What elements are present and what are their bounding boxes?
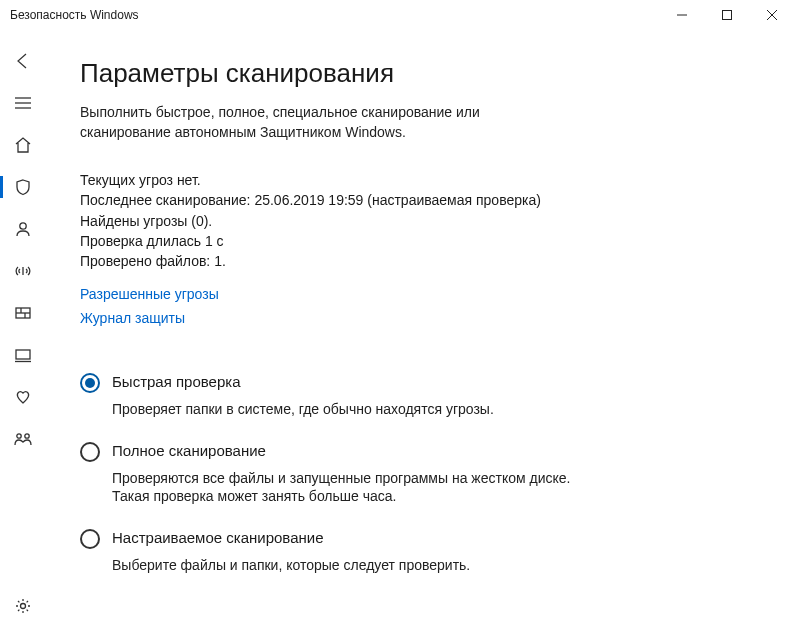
allowed-threats-link[interactable]: Разрешенные угрозы [80,286,754,302]
signal-icon[interactable] [0,250,46,292]
main-content: Параметры сканирования Выполнить быстрое… [46,30,794,627]
close-button[interactable] [749,0,794,30]
option-title: Настраиваемое сканирование [112,529,572,546]
account-icon[interactable] [0,208,46,250]
home-icon[interactable] [0,124,46,166]
svg-point-14 [17,434,21,438]
sidebar [0,30,46,627]
option-title: Быстрая проверка [112,373,572,390]
option-desc: Выберите файлы и папки, которые следует … [112,556,572,575]
svg-point-16 [21,604,26,609]
option-desc: Проверяет папки в системе, где обычно на… [112,400,572,419]
radio-custom-scan[interactable] [80,529,100,549]
svg-point-15 [25,434,29,438]
svg-rect-12 [16,350,30,359]
settings-icon[interactable] [0,585,46,627]
page-title: Параметры сканирования [80,58,754,89]
option-title: Полное сканирование [112,442,572,459]
svg-point-7 [20,223,26,229]
firewall-icon[interactable] [0,292,46,334]
device-icon[interactable] [0,334,46,376]
window-controls [659,0,794,30]
option-quick-scan[interactable]: Быстрая проверка Проверяет папки в систе… [80,372,754,419]
minimize-button[interactable] [659,0,704,30]
status-files-scanned: Проверено файлов: 1. [80,251,754,271]
status-scan-duration: Проверка длилась 1 с [80,231,754,251]
option-desc: Проверяются все файлы и запущенные прогр… [112,469,572,507]
scan-status: Текущих угроз нет. Последнее сканировани… [80,170,754,271]
status-threats-found: Найдены угрозы (0). [80,211,754,231]
titlebar: Безопасность Windows [0,0,794,30]
back-button[interactable] [0,40,46,82]
menu-button[interactable] [0,82,46,124]
maximize-button[interactable] [704,0,749,30]
option-custom-scan[interactable]: Настраиваемое сканирование Выберите файл… [80,528,754,575]
radio-quick-scan[interactable] [80,373,100,393]
svg-rect-1 [722,11,731,20]
shield-icon[interactable] [0,166,46,208]
option-full-scan[interactable]: Полное сканирование Проверяются все файл… [80,441,754,507]
status-no-threats: Текущих угроз нет. [80,170,754,190]
radio-full-scan[interactable] [80,442,100,462]
health-icon[interactable] [0,376,46,418]
page-subtitle: Выполнить быстрое, полное, специальное с… [80,103,520,142]
family-icon[interactable] [0,418,46,460]
status-last-scan: Последнее сканирование: 25.06.2019 19:59… [80,190,754,210]
window-title: Безопасность Windows [10,8,139,22]
protection-log-link[interactable]: Журнал защиты [80,310,754,326]
